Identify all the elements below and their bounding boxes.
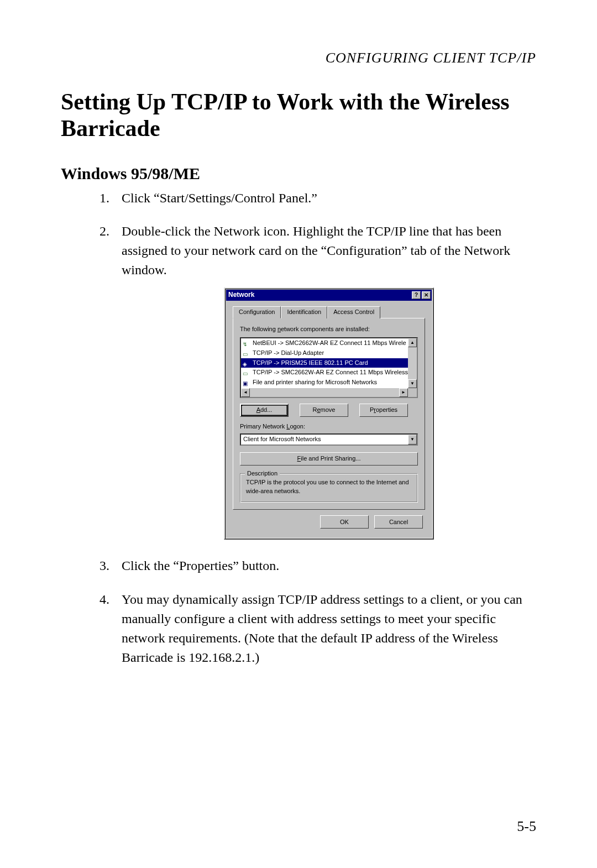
horizontal-scrollbar[interactable] [241, 388, 417, 397]
close-button[interactable]: ✕ [422, 291, 431, 299]
vertical-scrollbar[interactable] [408, 347, 417, 379]
adapter-icon [243, 360, 250, 367]
list-item[interactable]: TCP/IP -> SMC2662W-AR EZ Connect 11 Mbps… [241, 368, 417, 378]
list-item[interactable]: File and printer sharing for Microsoft N… [241, 378, 417, 388]
component-buttons: Add... Remove Properties [240, 404, 418, 417]
dialog-title: Network [228, 290, 412, 300]
service-icon [243, 379, 250, 386]
list-item[interactable]: NetBEUI -> SMC2662W-AR EZ Connect 11 Mbp… [241, 338, 417, 348]
tab-configuration[interactable]: Configuration [233, 306, 281, 318]
list-item-label: TCP/IP -> Dial-Up Adapter [253, 349, 324, 358]
list-item-label: TCP/IP -> SMC2662W-AR EZ Connect 11 Mbps… [253, 368, 408, 377]
step-4: 4. You may dynamically assign TCP/IP add… [100, 590, 536, 667]
components-listbox[interactable]: NetBEUI -> SMC2662W-AR EZ Connect 11 Mbp… [240, 337, 418, 398]
step-2: 2. Double-click the Network icon. Highli… [100, 222, 536, 540]
tab-identification[interactable]: Identification [281, 306, 327, 318]
list-item-label: TCP/IP -> PRISM25 IEEE 802.11 PC Card [253, 359, 368, 368]
description-text: TCP/IP is the protocol you use to connec… [246, 478, 412, 496]
step-3: 3. Click the “Properties” button. [100, 556, 536, 576]
dialog-body: Configuration Identification Access Cont… [226, 301, 432, 538]
description-groupbox: Description TCP/IP is the protocol you u… [240, 473, 418, 503]
ok-button[interactable]: OK [320, 515, 369, 529]
tab-access-control[interactable]: Access Control [327, 306, 380, 318]
step-number: 1. [100, 189, 109, 208]
running-header: CONFIGURING CLIENT TCP/IP [61, 50, 536, 66]
scroll-left-button[interactable]: ◄ [241, 388, 250, 397]
step-1: 1. Click “Start/Settings/Control Panel.” [100, 189, 536, 208]
dialog-titlebar: Network ? ✕ [226, 290, 432, 301]
step-text: Click the “Properties” button. [122, 558, 279, 573]
document-page: CONFIGURING CLIENT TCP/IP Setting Up TCP… [0, 0, 597, 868]
section-heading: Windows 95/98/ME [61, 164, 536, 183]
scroll-corner [408, 388, 417, 397]
scroll-right-button[interactable]: ► [399, 388, 408, 397]
titlebar-buttons: ? ✕ [412, 291, 431, 299]
step-text: Click “Start/Settings/Control Panel.” [122, 191, 317, 205]
network-dialog: Network ? ✕ Configuration Identification… [224, 287, 434, 540]
instruction-list: 1. Click “Start/Settings/Control Panel.”… [61, 189, 536, 667]
step-number: 4. [100, 590, 109, 609]
tab-strip: Configuration Identification Access Cont… [233, 306, 425, 318]
scroll-up-button[interactable]: ▲ [408, 338, 417, 347]
protocol-icon [243, 340, 250, 347]
remove-button[interactable]: Remove [300, 404, 348, 417]
properties-button[interactable]: Properties [359, 404, 408, 417]
description-legend: Description [245, 469, 280, 478]
step-number: 3. [100, 556, 109, 576]
protocol-icon [243, 369, 250, 376]
add-button[interactable]: Add... [240, 404, 289, 417]
page-title: Setting Up TCP/IP to Work with the Wirel… [61, 88, 536, 142]
configuration-panel: The following network components are ins… [233, 318, 425, 510]
primary-logon-label: Primary Network Logon: [240, 422, 418, 431]
combo-dropdown-button[interactable]: ▼ [408, 435, 417, 445]
list-item-label: NetBEUI -> SMC2662W-AR EZ Connect 11 Mbp… [253, 339, 406, 348]
screenshot-figure: Network ? ✕ Configuration Identification… [122, 287, 536, 540]
page-number: 5-5 [517, 818, 536, 835]
cancel-button[interactable]: Cancel [374, 515, 423, 529]
list-item[interactable]: TCP/IP -> Dial-Up Adapter [241, 348, 417, 358]
list-item-label: File and printer sharing for Microsoft N… [253, 378, 377, 387]
step-text: Double-click the Network icon. Highlight… [122, 224, 510, 277]
installed-components-label: The following network components are ins… [240, 325, 418, 334]
help-button[interactable]: ? [412, 291, 421, 299]
dialog-action-buttons: OK Cancel [233, 510, 425, 531]
protocol-icon [243, 350, 250, 357]
list-item-selected[interactable]: TCP/IP -> PRISM25 IEEE 802.11 PC Card [241, 358, 417, 368]
file-print-sharing-button[interactable]: File and Print Sharing... [240, 452, 418, 466]
step-text: You may dynamically assign TCP/IP addres… [122, 592, 522, 664]
primary-logon-combo[interactable]: Client for Microsoft Networks ▼ [240, 433, 418, 446]
scroll-down-button[interactable]: ▼ [408, 379, 417, 388]
combo-value: Client for Microsoft Networks [241, 435, 408, 444]
step-number: 2. [100, 222, 109, 241]
